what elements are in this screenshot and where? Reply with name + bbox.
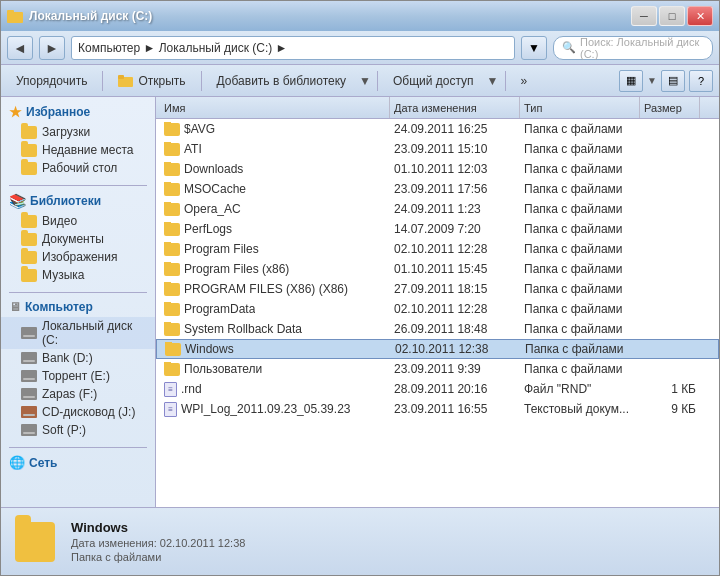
table-row[interactable]: Program Files (x86)01.10.2011 15:45Папка… xyxy=(156,259,719,279)
more-button[interactable]: » xyxy=(512,69,537,93)
file-type-cell: Папка с файлами xyxy=(520,242,640,256)
table-row[interactable]: PROGRAM FILES (X86) (X86)27.09.2011 18:1… xyxy=(156,279,719,299)
file-name-text: Program Files xyxy=(184,242,259,256)
sidebar-libraries-header[interactable]: 📚 Библиотеки xyxy=(1,190,155,212)
file-icon: ≡ xyxy=(164,382,177,397)
sidebar-item-desktop[interactable]: Рабочий стол xyxy=(1,159,155,177)
toolbar-separator-3 xyxy=(377,71,378,91)
sidebar-item-c-drive[interactable]: Локальный диск (C: xyxy=(1,317,155,349)
libraries-label: Библиотеки xyxy=(30,194,101,208)
table-row[interactable]: ≡.rnd28.09.2011 20:16Файл "RND"1 КБ xyxy=(156,379,719,399)
table-row[interactable]: ATI23.09.2011 15:10Папка с файлами xyxy=(156,139,719,159)
col-header-size[interactable]: Размер xyxy=(640,97,700,118)
status-folder-icon xyxy=(15,522,55,562)
open-label: Открыть xyxy=(138,74,185,88)
file-name-cell: Пользователи xyxy=(160,362,390,376)
close-button[interactable]: ✕ xyxy=(687,6,713,26)
help-button[interactable]: ? xyxy=(689,70,713,92)
status-type-detail: Папка с файлами xyxy=(71,551,245,563)
add-library-dropdown-arrow[interactable]: ▼ xyxy=(359,74,371,88)
preview-button[interactable]: ▤ xyxy=(661,70,685,92)
table-row[interactable]: ≡WPI_Log_2011.09.23_05.39.2323.09.2011 1… xyxy=(156,399,719,419)
network-label: Сеть xyxy=(29,456,57,470)
file-name-cell: Program Files xyxy=(160,242,390,256)
file-name-cell: $AVG xyxy=(160,122,390,136)
sidebar-item-docs[interactable]: Документы xyxy=(1,230,155,248)
table-row[interactable]: System Rollback Data26.09.2011 18:48Папк… xyxy=(156,319,719,339)
folder-icon-recent xyxy=(21,144,37,157)
breadcrumb[interactable]: Компьютер ► Локальный диск (C:) ► xyxy=(71,36,515,60)
sidebar-item-torrent-e[interactable]: Торрент (E:) xyxy=(1,367,155,385)
share-dropdown-arrow[interactable]: ▼ xyxy=(487,74,499,88)
file-type-cell: Папка с файлами xyxy=(521,342,641,356)
table-row[interactable]: Downloads01.10.2011 12:03Папка с файлами xyxy=(156,159,719,179)
file-type-cell: Папка с файлами xyxy=(520,262,640,276)
add-library-button[interactable]: Добавить в библиотеку xyxy=(208,69,356,93)
col-header-date[interactable]: Дата изменения xyxy=(390,97,520,118)
sidebar-f-label: Zapas (F:) xyxy=(42,387,97,401)
sidebar-item-zapas-f[interactable]: Zapas (F:) xyxy=(1,385,155,403)
file-name-cell: PerfLogs xyxy=(160,222,390,236)
sidebar-item-images[interactable]: Изображения xyxy=(1,248,155,266)
file-name-text: Program Files (x86) xyxy=(184,262,289,276)
sidebar-item-cd-j[interactable]: CD-дисковод (J:) xyxy=(1,403,155,421)
table-row[interactable]: MSOCache23.09.2011 17:56Папка с файлами xyxy=(156,179,719,199)
view-details-button[interactable]: ▦ xyxy=(619,70,643,92)
col-header-type[interactable]: Тип xyxy=(520,97,640,118)
folder-icon xyxy=(164,363,180,376)
file-type-cell: Папка с файлами xyxy=(520,282,640,296)
sidebar-computer-header[interactable]: 🖥 Компьютер xyxy=(1,297,155,317)
sidebar-item-music[interactable]: Музыка xyxy=(1,266,155,284)
sidebar-item-recent[interactable]: Недавние места xyxy=(1,141,155,159)
file-name-text: PerfLogs xyxy=(184,222,232,236)
sidebar-item-video[interactable]: Видео xyxy=(1,212,155,230)
folder-icon-video xyxy=(21,215,37,228)
file-type-cell: Папка с файлами xyxy=(520,362,640,376)
sidebar-libraries-section: 📚 Библиотеки Видео Документы Изображения xyxy=(1,190,155,284)
file-date-cell: 02.10.2011 12:28 xyxy=(390,242,520,256)
table-row[interactable]: Program Files02.10.2011 12:28Папка с фай… xyxy=(156,239,719,259)
minimize-button[interactable]: ─ xyxy=(631,6,657,26)
file-date-cell: 23.09.2011 15:10 xyxy=(390,142,520,156)
table-row[interactable]: Windows02.10.2011 12:38Папка с файлами xyxy=(156,339,719,359)
table-row[interactable]: $AVG24.09.2011 16:25Папка с файлами xyxy=(156,119,719,139)
sidebar-music-label: Музыка xyxy=(42,268,84,282)
file-type-cell: Папка с файлами xyxy=(520,162,640,176)
sidebar-favorites-header[interactable]: ★ Избранное xyxy=(1,101,155,123)
folder-icon xyxy=(164,243,180,256)
share-button[interactable]: Общий доступ xyxy=(384,69,483,93)
sidebar: ★ Избранное Загрузки Недавние места Рабо… xyxy=(1,97,156,507)
maximize-button[interactable]: □ xyxy=(659,6,685,26)
address-bar: ◄ ► Компьютер ► Локальный диск (C:) ► ▼ … xyxy=(1,31,719,65)
sidebar-item-downloads[interactable]: Загрузки xyxy=(1,123,155,141)
folder-icon xyxy=(164,163,180,176)
table-row[interactable]: PerfLogs14.07.2009 7:20Папка с файлами xyxy=(156,219,719,239)
sidebar-docs-label: Документы xyxy=(42,232,104,246)
library-icon: 📚 xyxy=(9,193,26,209)
table-row[interactable]: Пользователи23.09.2011 9:39Папка с файла… xyxy=(156,359,719,379)
table-row[interactable]: Opera_AC24.09.2011 1:23Папка с файлами xyxy=(156,199,719,219)
main-window: Локальный диск (C:) ─ □ ✕ ◄ ► Компьютер … xyxy=(0,0,720,576)
search-icon: 🔍 xyxy=(562,41,576,54)
file-type-cell: Текстовый докум... xyxy=(520,402,640,416)
sidebar-divider-3 xyxy=(9,447,147,448)
forward-button[interactable]: ► xyxy=(39,36,65,60)
table-row[interactable]: ProgramData02.10.2011 12:28Папка с файла… xyxy=(156,299,719,319)
title-controls: ─ □ ✕ xyxy=(631,6,713,26)
open-button[interactable]: Открыть xyxy=(109,69,194,93)
toolbar: Упорядочить Открыть Добавить в библиотек… xyxy=(1,65,719,97)
file-date-cell: 28.09.2011 20:16 xyxy=(390,382,520,396)
search-bar[interactable]: 🔍 Поиск: Локальный диск (C:) xyxy=(553,36,713,60)
back-button[interactable]: ◄ xyxy=(7,36,33,60)
col-header-name[interactable]: Имя xyxy=(160,97,390,118)
view-dropdown-arrow[interactable]: ▼ xyxy=(647,75,657,86)
file-name-cell: ATI xyxy=(160,142,390,156)
folder-icon xyxy=(164,303,180,316)
file-date-cell: 02.10.2011 12:28 xyxy=(390,302,520,316)
sidebar-item-soft-p[interactable]: Soft (P:) xyxy=(1,421,155,439)
sidebar-item-bank-d[interactable]: Bank (D:) xyxy=(1,349,155,367)
sidebar-network-header[interactable]: 🌐 Сеть xyxy=(1,452,155,473)
sidebar-j-label: CD-дисковод (J:) xyxy=(42,405,135,419)
address-dropdown-button[interactable]: ▼ xyxy=(521,36,547,60)
organize-button[interactable]: Упорядочить xyxy=(7,69,96,93)
